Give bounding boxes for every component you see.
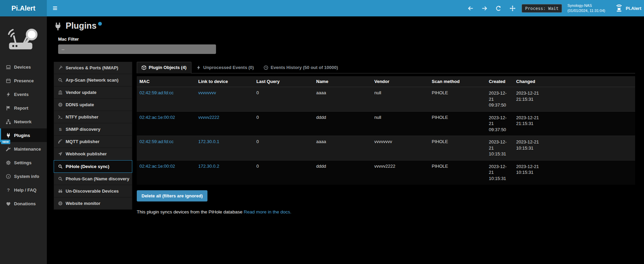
column-header-scan-method[interactable]: Scan method	[429, 76, 486, 87]
mac-link[interactable]: 02:42:ac:1e:00:02	[139, 115, 175, 120]
created-cell: 2023-12-21 09:37:50	[486, 111, 513, 136]
sidebar-item[interactable]: Network	[0, 115, 47, 128]
plugin-list-item[interactable]: Website monitor	[54, 197, 132, 210]
name-cell: dddd	[313, 111, 372, 136]
sidebar-item[interactable]: Settings	[0, 156, 47, 169]
vendor-cell: null	[372, 111, 429, 136]
globe-icon	[58, 201, 63, 206]
plugins-help-badge[interactable]	[98, 22, 102, 26]
mac-filter-input[interactable]	[58, 44, 216, 54]
column-header-vendor[interactable]: Vendor	[372, 76, 429, 87]
table-row: 02:42:59:ad:fd:cc vvvvvvvv 0 aaaa null P…	[137, 87, 635, 112]
device-link[interactable]: vvvvvvvv	[198, 90, 216, 95]
scan-method-cell: PIHOLE	[429, 160, 486, 184]
refresh-button[interactable]	[496, 5, 501, 11]
host-name: Synology-NAS	[567, 3, 605, 8]
device-link[interactable]: 172.30.0.1	[198, 139, 219, 144]
plugin-list-item[interactable]: Services & Ports (NMAP)	[54, 62, 132, 74]
column-header-changed[interactable]: Changed	[513, 76, 543, 87]
mac-filter-section: Mac Filter	[58, 37, 635, 54]
changed-cell: 2023-12-21 10:15:31	[513, 136, 543, 161]
scan-method-cell: PIHOLE	[429, 136, 486, 161]
column-header-mac[interactable]: MAC	[137, 76, 196, 87]
sidebar-item[interactable]: System info	[0, 169, 47, 183]
plugin-list-item[interactable]: NTFY publisher	[54, 111, 132, 123]
tab[interactable]: Plugin Objects (4)	[137, 62, 191, 73]
device-link[interactable]: 172.30.0.2	[198, 164, 219, 169]
sidebar-item-label: Devices	[14, 65, 31, 70]
brand-logo[interactable]: Pi.Alert	[0, 0, 47, 16]
host-time: (01/01/2024, 11:31:04)	[567, 8, 605, 13]
delete-all-button[interactable]: Delete all (filters are ignored)	[137, 190, 207, 202]
tab-label: Plugin Objects (4)	[149, 65, 187, 70]
mac-link[interactable]: 02:42:59:ad:fd:cc	[139, 90, 174, 95]
sidebar-item[interactable]: Presence	[0, 74, 47, 87]
calendar-icon	[6, 78, 11, 83]
last-query-cell: 0	[254, 111, 313, 136]
table-body: 02:42:59:ad:fd:cc vvvvvvvv 0 aaaa null P…	[137, 87, 635, 185]
name-cell: aaaa	[313, 87, 372, 112]
sidebar-item[interactable]: Devices	[0, 60, 47, 74]
mac-link[interactable]: 02:42:ac:1e:00:02	[139, 164, 175, 169]
tab[interactable]: Events History (50 out of 10000)	[259, 62, 343, 73]
sidebar-item-label: Presence	[14, 78, 34, 83]
vendor-cell: vvvvv2222	[372, 160, 429, 184]
clock-icon	[264, 65, 268, 70]
plugin-list-item[interactable]: PiHole (Device sync)	[54, 160, 132, 173]
back-button[interactable]	[468, 5, 473, 11]
sidebar-item-label: Donations	[14, 201, 36, 206]
column-header-created[interactable]: Created	[486, 76, 513, 87]
app-ident: Pi.Alert	[615, 0, 641, 16]
column-header-last-query[interactable]: Last Query	[254, 76, 313, 87]
plugin-list-item[interactable]: Vendor update	[54, 86, 132, 99]
plugin-list-item-label: Pholus-Scan (Name discovery)	[66, 176, 129, 181]
plugin-list-item[interactable]: Un-Discoverable Devices	[54, 185, 132, 197]
changed-cell: 2023-12-21 21:15:31	[513, 111, 543, 136]
sidebar-item-label: Network	[14, 119, 31, 124]
plugin-list-item[interactable]: MQTT publisher	[54, 136, 132, 148]
gear-icon	[6, 160, 11, 165]
table-row: 02:42:ac:1e:00:02 vvvvv2222 0 dddd null …	[137, 111, 635, 136]
router-scan-logo-image	[6, 24, 41, 52]
sidebar-toggle-button[interactable]: ≡	[47, 0, 63, 16]
plugin-list-item[interactable]: Webhook publisher	[54, 148, 132, 160]
plugin-list-item[interactable]: SNMP discovery	[54, 123, 132, 136]
docs-link[interactable]: Read more in the docs.	[244, 209, 292, 214]
scan-method-cell: PIHOLE	[429, 111, 486, 136]
plugin-list-item[interactable]: Arp-Scan (Network scan)	[54, 74, 132, 86]
sidebar-item[interactable]: Events	[0, 87, 47, 101]
column-header-link[interactable]: Link to device	[196, 76, 254, 87]
device-link[interactable]: vvvvv2222	[198, 115, 219, 120]
plugin-list-item[interactable]: Pholus-Scan (Name discovery)	[54, 173, 132, 185]
page-title: Plugins	[66, 21, 96, 31]
sidebar-item-label: Events	[14, 92, 29, 97]
sidebar-item[interactable]: Donations	[0, 197, 47, 210]
sidebar-item[interactable]: Help / FAQ	[0, 183, 47, 197]
app-name: Pi.Alert	[626, 6, 641, 11]
router-logo	[0, 16, 47, 60]
sidebar: Devices Presence Events Report	[0, 16, 47, 264]
host-info: Synology-NAS (01/01/2024, 11:31:04)	[567, 3, 605, 14]
mag-icon	[58, 177, 63, 181]
radar-icon	[58, 66, 63, 70]
sidebar-item[interactable]: Report	[0, 101, 47, 115]
mac-link[interactable]: 02:42:59:ad:fd:cc	[139, 139, 174, 144]
mag-icon	[58, 164, 63, 169]
changed-cell: 2023-12-21 21:15:31	[513, 87, 543, 112]
info-icon	[6, 174, 11, 179]
sidebar-item[interactable]: NEW Maintenance	[0, 142, 47, 156]
plugin-list-item[interactable]: DDNS update	[54, 99, 132, 111]
plugin-list-item-label: Un-Discoverable Devices	[66, 189, 119, 194]
forward-button[interactable]	[482, 5, 487, 11]
move-button[interactable]	[510, 5, 515, 11]
plugin-objects-table: MAC Link to device Last Query Name Vendo…	[137, 76, 635, 185]
created-cell: 2023-12-21 10:15:31	[486, 160, 513, 184]
box-icon	[142, 65, 146, 70]
plugin-list-item-label: Webhook publisher	[66, 151, 107, 156]
tab-bar: Plugin Objects (4) Unprocessed Events (0…	[137, 62, 635, 73]
column-header-name[interactable]: Name	[313, 76, 372, 87]
laptop-icon	[6, 65, 11, 70]
network-icon	[6, 119, 11, 124]
tab[interactable]: Unprocessed Events (0)	[191, 62, 259, 73]
plugin-panel: Plugin Objects (4) Unprocessed Events (0…	[137, 62, 635, 214]
